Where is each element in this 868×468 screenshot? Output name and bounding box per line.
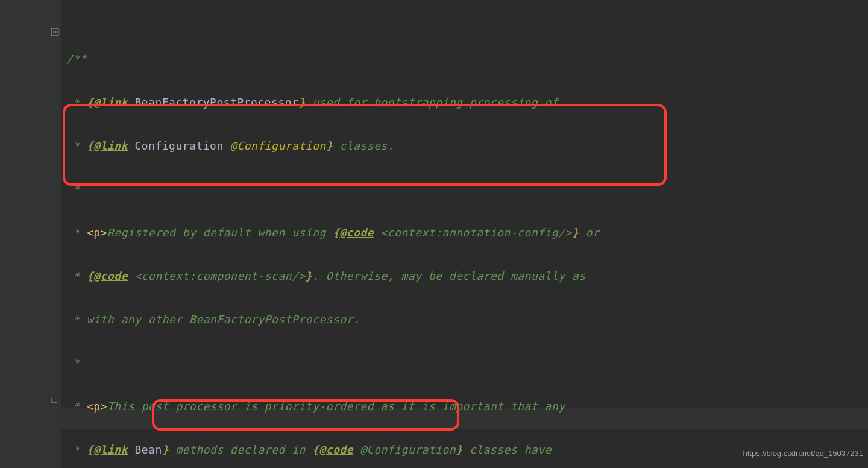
code-text: * [66,183,80,195]
watermark-text: https://blog.csdn.net/qq_15037231 [743,443,864,464]
javadoc-tag: @link [93,96,128,109]
code-text: methods declared in [169,443,312,456]
code-text: . Otherwise, may be declared manually as [312,270,585,282]
brace: { [312,443,319,456]
type-ref: BeanFactoryPostProcessor [128,96,298,109]
code-text: This post processor is priority-ordered … [107,400,565,413]
brace: } [326,139,333,152]
code-text: used for bootstrapping processing of [306,96,558,109]
brace: } [306,270,312,282]
type-ref: Bean [128,443,162,456]
code-text: * [66,139,87,152]
javadoc-tag: @code [319,443,354,456]
html-tag: <p> [87,226,107,239]
code-text: * [66,400,87,413]
fold-minus-icon[interactable] [51,28,59,36]
javadoc-tag: @link [93,139,128,152]
code-text: * [66,226,87,239]
code-text: * with any other BeanFactoryPostProcesso… [66,313,360,326]
editor-gutter [0,0,61,468]
brace: } [572,226,579,239]
brace: } [298,96,305,109]
javadoc-tag: @code [340,226,374,239]
javadoc-tag: @code [93,270,128,282]
brace: } [162,443,169,456]
brace: } [456,443,462,456]
type-ref: Configuration [128,139,224,152]
code-text: classes have [463,443,552,456]
annotation-ref: @Configuration [224,139,326,152]
code-text: * [66,443,87,456]
code-text: Registered by default when using [107,226,333,239]
html-tag: <p> [87,400,107,413]
code-text: or [579,226,599,239]
fold-end-icon[interactable] [51,397,59,405]
javadoc-tag: @link [93,443,128,456]
code-text: * [66,270,87,282]
brace: { [87,270,93,282]
code-editor[interactable]: /** * {@link BeanFactoryPostProcessor} u… [66,27,695,468]
brace: { [87,443,93,456]
brace: { [333,226,339,239]
code-text: /** [66,52,87,65]
brace: { [87,96,93,109]
code-text: classes. [333,139,394,152]
code-text: <context:annotation-config/> [374,226,572,239]
code-text: * [66,96,87,109]
code-text: <context:component-scan/> [128,270,306,282]
code-text: @Configuration [353,443,456,456]
brace: { [87,139,93,152]
code-text: * [66,356,80,369]
